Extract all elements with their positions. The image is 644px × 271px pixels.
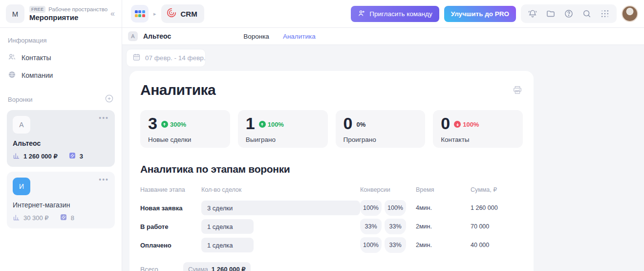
globe-icon	[8, 70, 16, 80]
table-row: Оплачено 1 сделка 100% 33% 2мин. 40 000	[140, 237, 523, 253]
stat-label: Контакты	[441, 136, 515, 143]
stat-change: 100%	[268, 121, 284, 128]
chevron-right-icon: ▸	[153, 11, 156, 17]
stat-change: 0%	[356, 121, 365, 128]
sidebar: M FREE Рабочее пространство Мероприятие …	[0, 0, 122, 271]
conversion-badge: 33%	[385, 219, 406, 234]
workspace-header[interactable]: M FREE Рабочее пространство Мероприятие …	[0, 0, 122, 28]
deal-count-bar[interactable]: 1 сделка	[201, 219, 254, 234]
col-header-time: Время	[416, 186, 471, 193]
stat-contacts: 0 100% Контакты	[433, 110, 523, 148]
funnel-badge: А	[128, 31, 138, 41]
table-total-row: Всего Сумма 1 260 000 ₽	[140, 262, 523, 271]
stat-lost: 0 0% Проиграно	[336, 110, 426, 148]
date-range-picker[interactable]: 07 февр. - 14 февр.	[126, 49, 206, 67]
bell-icon[interactable]	[528, 9, 537, 19]
funnel-name: Интернет-магазин	[13, 201, 109, 209]
total-sum-badge: Сумма 1 260 000 ₽	[183, 262, 251, 271]
stat-change: 100%	[463, 121, 479, 128]
sidebar-item-label: Контакты	[21, 54, 51, 62]
print-icon[interactable]	[512, 85, 523, 95]
funnel-amount: 30 300 ₽	[23, 214, 49, 222]
info-section-label: Информация	[8, 37, 115, 44]
add-funnel-icon[interactable]	[105, 94, 114, 105]
crm-app-pill[interactable]: CRM	[161, 4, 204, 23]
apps-grid-icon	[135, 10, 145, 17]
utility-icon-bar	[521, 4, 617, 23]
deal-count-label: 1 сделка	[207, 223, 233, 230]
funnels-section-label: Воронки	[8, 96, 33, 103]
chart-icon	[13, 214, 20, 223]
funnel-amount: 1 260 000 ₽	[23, 153, 58, 160]
person-plus-icon	[358, 9, 365, 19]
funnel-title: Альтеос	[143, 32, 171, 40]
conversion-badge: 100%	[360, 237, 382, 253]
stat-value: 3	[148, 115, 157, 132]
invite-team-button[interactable]: Пригласить команду	[351, 6, 439, 22]
people-icon	[8, 53, 16, 63]
deal-count-bar[interactable]: 1 сделка	[201, 238, 254, 252]
deal-count-label: 1 сделка	[207, 242, 233, 249]
total-label: Всего	[140, 266, 183, 271]
arrow-up-icon	[259, 121, 266, 128]
conversion-badge: 100%	[385, 200, 406, 216]
analytics-card: Аналитика 3 300% Новые сделки 1 100% Выи…	[129, 71, 534, 271]
total-sum-label: Сумма	[188, 266, 208, 271]
user-avatar[interactable]	[622, 5, 638, 22]
stages-table: Название этапа Кол-во сделок Конверсии В…	[140, 186, 523, 271]
arrow-up-icon	[161, 121, 168, 128]
funnel-deal-count: 8	[71, 214, 74, 222]
sidebar-item-label: Компании	[21, 71, 53, 79]
stat-label: Проиграно	[343, 136, 418, 143]
stage-sum: 40 000	[471, 242, 523, 248]
workspace-type-label: Рабочее пространство	[48, 6, 107, 12]
deal-count-bar[interactable]: 3 сделки	[201, 201, 360, 215]
calendar-icon	[132, 53, 141, 63]
stage-sum: 1 260 000	[471, 204, 523, 211]
apps-dots-icon[interactable]	[600, 9, 610, 19]
sidebar-item-companies[interactable]: Компании	[7, 68, 115, 83]
invite-team-label: Пригласить команду	[369, 10, 432, 18]
apps-launcher-button[interactable]	[131, 5, 149, 23]
stat-won: 1 100% Выиграно	[238, 110, 328, 148]
stage-time: 2мин.	[416, 242, 471, 248]
funnel-card-internet-magazin[interactable]: И ••• Интернет-магазин 30 300 ₽ 8	[7, 172, 115, 228]
funnel-avatar: И	[13, 178, 30, 195]
arrow-down-icon	[454, 121, 461, 128]
funnel-avatar: А	[13, 116, 30, 134]
collapse-sidebar-icon[interactable]: «	[110, 9, 115, 18]
table-header-row: Название этапа Кол-во сделок Конверсии В…	[140, 186, 523, 193]
stage-time: 4мин.	[416, 204, 471, 211]
table-row: Новая заявка 3 сделки 100% 100% 4мин. 1 …	[140, 200, 523, 216]
funnel-menu-icon[interactable]: •••	[99, 176, 109, 183]
tab-funnel[interactable]: Воронка	[243, 33, 269, 40]
conversion-badge: 33%	[360, 219, 382, 234]
funnel-menu-icon[interactable]: •••	[99, 114, 109, 122]
funnel-deal-count: 3	[80, 153, 83, 160]
stage-name: Оплачено	[140, 242, 201, 249]
sidebar-item-contacts[interactable]: Контакты	[7, 50, 115, 66]
topbar: ▸ CRM Пригласить команду Улучшить до PRO	[122, 0, 644, 28]
conversion-badge: 33%	[385, 237, 406, 253]
stage-time: 2мин.	[416, 223, 471, 230]
folder-icon[interactable]	[546, 9, 556, 19]
crm-logo-icon	[166, 7, 177, 20]
content-area: 07 февр. - 14 февр. Аналитика 3 300% Нов…	[122, 45, 644, 271]
upgrade-pro-button[interactable]: Улучшить до PRO	[444, 6, 516, 22]
plan-badge: FREE	[29, 6, 45, 13]
search-icon[interactable]	[582, 9, 592, 19]
tab-analytics[interactable]: Аналитика	[283, 33, 316, 40]
funnel-card-alteos[interactable]: А ••• Альтеос 1 260 000 ₽ 3	[7, 110, 115, 167]
workspace-avatar: M	[6, 4, 24, 23]
deal-count-label: 3 сделки	[207, 204, 233, 212]
stat-label: Новые сделки	[148, 136, 222, 143]
col-header-conversions: Конверсии	[360, 186, 390, 193]
total-sum-value: 1 260 000 ₽	[212, 266, 246, 271]
col-header-stage: Название этапа	[140, 186, 201, 193]
help-icon[interactable]	[564, 9, 574, 19]
conversion-badge: 100%	[360, 200, 382, 216]
stat-new-deals: 3 300% Новые сделки	[140, 110, 230, 148]
chart-icon	[13, 152, 20, 161]
col-header-deals: Кол-во сделок	[201, 186, 360, 193]
crm-app-name: CRM	[181, 10, 197, 18]
